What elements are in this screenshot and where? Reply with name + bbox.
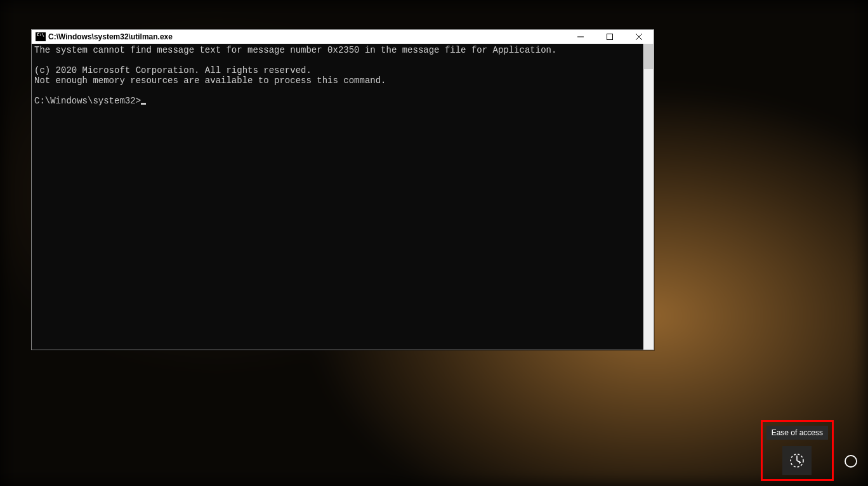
cmd-window: C:\Windows\system32\utilman.exe The syst… <box>31 29 654 350</box>
ease-of-access-button[interactable] <box>782 446 812 475</box>
ease-of-access-icon <box>788 452 806 470</box>
console-line: Not enough memory resources are availabl… <box>34 76 386 86</box>
maximize-button[interactable] <box>595 30 624 44</box>
power-icon <box>844 454 858 468</box>
minimize-button[interactable] <box>566 30 595 44</box>
console-line: (c) 2020 Microsoft Corporation. All righ… <box>34 65 312 76</box>
close-button[interactable] <box>624 30 654 44</box>
lock-screen-corner-controls: Ease of access <box>761 420 859 481</box>
console-line: The system cannot find message text for … <box>34 45 556 55</box>
ease-of-access-tooltip: Ease of access <box>766 426 828 440</box>
console-client-area: The system cannot find message text for … <box>32 44 654 350</box>
console-output[interactable]: The system cannot find message text for … <box>32 44 643 350</box>
svg-marker-6 <box>799 461 801 464</box>
scrollbar[interactable] <box>643 44 654 350</box>
cmd-icon <box>34 30 47 44</box>
svg-rect-1 <box>607 34 613 40</box>
cursor-icon <box>141 103 146 105</box>
window-titlebar[interactable]: C:\Windows\system32\utilman.exe <box>32 30 654 44</box>
annotation-highlight: Ease of access <box>761 420 834 481</box>
scrollbar-thumb[interactable] <box>644 44 653 69</box>
window-title: C:\Windows\system32\utilman.exe <box>48 32 173 41</box>
console-prompt: C:\Windows\system32> <box>34 96 141 106</box>
svg-point-7 <box>845 456 857 467</box>
window-controls <box>566 30 654 44</box>
power-button[interactable] <box>843 447 859 476</box>
